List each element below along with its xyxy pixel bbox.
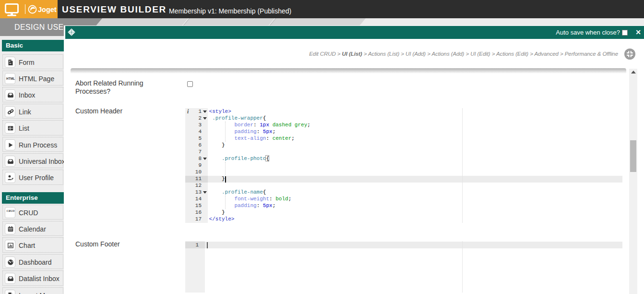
svg-text:Joget: Joget: [38, 6, 57, 13]
